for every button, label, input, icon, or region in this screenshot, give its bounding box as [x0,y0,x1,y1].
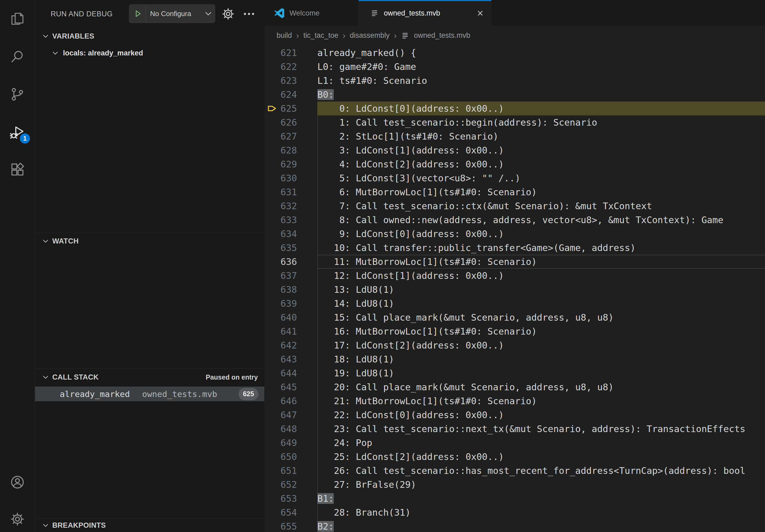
line-number[interactable]: 626 [280,116,297,130]
code-text[interactable]: 12: LdConst[1](address: 0x00..) [318,269,765,283]
code-text[interactable]: 8: Call owned::new(address, address, vec… [318,213,765,227]
line-number[interactable]: 639 [280,297,297,311]
gutter-glyph-margin[interactable] [264,143,280,157]
line-number[interactable]: 652 [280,478,297,492]
code-text[interactable]: B2: [318,519,765,532]
sidebar-activity-source-control[interactable] [10,87,25,102]
debug-stackframe-gutter[interactable] [264,102,280,116]
code-line-642[interactable]: 642 17: LdConst[2](address: 0x00..) [264,338,765,352]
code-line-651[interactable]: 651 26: Call test_scenario::has_most_rec… [264,464,765,478]
start-debugging-button[interactable] [129,5,146,23]
code-line-624[interactable]: 624B0: [264,88,765,102]
code-line-650[interactable]: 650 25: LdConst[2](address: 0x00..) [264,450,765,464]
code-line-623[interactable]: 623L1: ts#1#0: Scenario [264,74,765,88]
gutter-glyph-margin[interactable] [264,366,280,380]
code-line-648[interactable]: 648 23: Call test_scenario::next_tx(&mut… [264,422,765,436]
gutter-glyph-margin[interactable] [264,436,280,450]
gutter-glyph-margin[interactable] [264,450,280,464]
code-text[interactable]: 9: LdConst[0](address: 0x00..) [318,227,765,241]
breakpoints-section-header[interactable]: BREAKPOINTS [35,519,264,532]
line-number[interactable]: 627 [280,130,297,143]
views-more-actions-icon[interactable] [242,7,256,21]
code-line-652[interactable]: 652 27: BrFalse(29) [264,478,765,492]
line-number[interactable]: 633 [280,213,297,227]
code-text[interactable]: 16: MutBorrowLoc[1](ts#1#0: Scenario) [318,324,765,338]
code-line-655[interactable]: 655B2: [264,519,765,532]
code-line-645[interactable]: 645 20: Call place_mark(&mut Scenario, a… [264,380,765,394]
call-stack-section-header[interactable]: CALL STACK Paused on entry [35,368,264,386]
code-line-632[interactable]: 632 7: Call test_scenario::ctx(&mut Scen… [264,199,765,213]
line-number[interactable]: 653 [280,492,297,505]
code-editor[interactable]: 621already_marked() {622L0: game#2#0: Ga… [264,46,765,532]
line-number[interactable]: 629 [280,157,297,171]
gutter-glyph-margin[interactable] [264,492,280,505]
gutter-glyph-margin[interactable] [264,74,280,88]
line-number[interactable]: 632 [280,199,297,213]
sidebar-activity-run-and-debug[interactable]: 1 [10,125,25,140]
code-text[interactable]: 20: Call place_mark(&mut Scenario, addre… [318,380,765,394]
line-number[interactable]: 622 [280,60,297,74]
code-line-628[interactable]: 628 3: LdConst[1](address: 0x00..) [264,143,765,157]
gutter-glyph-margin[interactable] [264,422,280,436]
line-number[interactable]: 623 [280,74,297,88]
code-line-643[interactable]: 643 18: LdU8(1) [264,352,765,366]
code-text[interactable]: 15: Call place_mark(&mut Scenario, addre… [318,311,765,324]
code-text[interactable]: 19: LdU8(1) [318,366,765,380]
code-text[interactable]: 23: Call test_scenario::next_tx(&mut Sce… [318,422,765,436]
code-line-638[interactable]: 638 13: LdU8(1) [264,283,765,297]
line-number[interactable]: 624 [280,88,297,102]
variables-scope-locals[interactable]: locals: already_marked [35,46,264,61]
code-line-626[interactable]: 626 1: Call test_scenario::begin(address… [264,116,765,130]
gutter-glyph-margin[interactable] [264,130,280,143]
line-number[interactable]: 645 [280,380,297,394]
line-number[interactable]: 631 [280,185,297,199]
code-line-646[interactable]: 646 21: MutBorrowLoc[1](ts#1#0: Scenario… [264,394,765,408]
sidebar-activity-extensions[interactable] [10,162,25,177]
code-text[interactable]: 0: LdConst[0](address: 0x00..) [318,102,765,116]
breadcrumb-item[interactable]: build [277,31,292,40]
code-line-647[interactable]: 647 22: LdConst[0](address: 0x00..) [264,408,765,422]
code-text[interactable]: 24: Pop [318,436,765,450]
line-number[interactable]: 641 [280,324,297,338]
code-text[interactable]: 6: MutBorrowLoc[1](ts#1#0: Scenario) [318,185,765,199]
gutter-glyph-margin[interactable] [264,311,280,324]
code-line-649[interactable]: 649 24: Pop [264,436,765,450]
breadcrumb-item-file[interactable]: owned_tests.mvb [414,31,470,40]
code-text[interactable]: 17: LdConst[2](address: 0x00..) [318,338,765,352]
code-text[interactable]: 2: StLoc[1](ts#1#0: Scenario) [318,130,765,143]
line-number[interactable]: 621 [280,46,297,60]
code-text[interactable]: 14: LdU8(1) [318,297,765,311]
gutter-glyph-margin[interactable] [264,519,280,532]
line-number[interactable]: 654 [280,505,297,519]
tab-owned-tests[interactable]: owned_tests.mvb × [359,0,491,26]
code-line-639[interactable]: 639 14: LdU8(1) [264,297,765,311]
gutter-glyph-margin[interactable] [264,269,280,283]
gutter-glyph-margin[interactable] [264,478,280,492]
code-text[interactable]: 28: Branch(31) [318,505,765,519]
code-text[interactable]: already_marked() { [318,46,765,60]
code-text[interactable]: 18: LdU8(1) [318,352,765,366]
gutter-glyph-margin[interactable] [264,408,280,422]
line-number[interactable]: 643 [280,352,297,366]
code-text[interactable]: 3: LdConst[1](address: 0x00..) [318,143,765,157]
line-number[interactable]: 636 [280,255,297,269]
code-text[interactable]: 22: LdConst[0](address: 0x00..) [318,408,765,422]
code-text[interactable]: 13: LdU8(1) [318,283,765,297]
activity-manage-button[interactable] [10,511,25,527]
code-line-625[interactable]: 625 0: LdConst[0](address: 0x00..) [264,102,765,116]
code-line-644[interactable]: 644 19: LdU8(1) [264,366,765,380]
gutter-glyph-margin[interactable] [264,380,280,394]
code-text[interactable]: 27: BrFalse(29) [318,478,765,492]
code-text[interactable]: 25: LdConst[2](address: 0x00..) [318,450,765,464]
gutter-glyph-margin[interactable] [264,464,280,478]
line-number[interactable]: 650 [280,450,297,464]
code-line-633[interactable]: 633 8: Call owned::new(address, address,… [264,213,765,227]
code-text[interactable]: 4: LdConst[2](address: 0x00..) [318,157,765,171]
code-line-641[interactable]: 641 16: MutBorrowLoc[1](ts#1#0: Scenario… [264,324,765,338]
line-number[interactable]: 644 [280,366,297,380]
gutter-glyph-margin[interactable] [264,46,280,60]
gutter-glyph-margin[interactable] [264,241,280,255]
gutter-glyph-margin[interactable] [264,60,280,74]
code-line-629[interactable]: 629 4: LdConst[2](address: 0x00..) [264,157,765,171]
code-line-635[interactable]: 635 10: Call transfer::public_transfer<G… [264,241,765,255]
